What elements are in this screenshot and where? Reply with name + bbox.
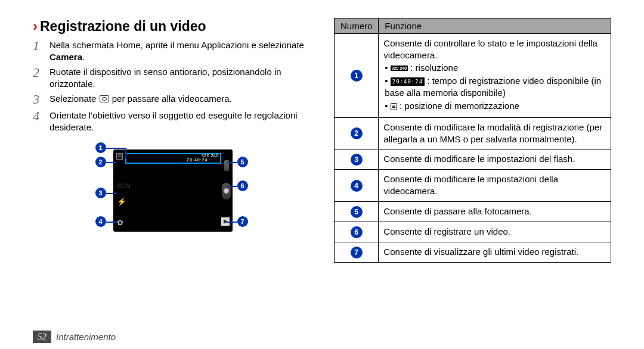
cell-num-4: 4: [335, 170, 379, 202]
leader-6: [227, 186, 237, 187]
cell-desc-5: Consente di passare alla fotocamera.: [379, 201, 611, 222]
cell-num-2: 2: [335, 117, 379, 149]
callout-1: 1: [95, 142, 106, 153]
cell-desc-3: Consente di modificare le impostazioni d…: [379, 149, 611, 170]
row1-b1-text: : risoluzione: [408, 63, 458, 73]
row1-bullet-storage: : posizione di memorizzazione: [385, 100, 606, 112]
callout-2: 2: [95, 157, 106, 167]
th-funzione: Funzione: [379, 18, 611, 34]
flash-icon: ⚡: [117, 197, 126, 206]
table-row-5: 5 Consente di passare alla fotocamera.: [335, 201, 611, 222]
circle-5-icon: 5: [351, 206, 363, 218]
cell-num-5: 5: [335, 201, 379, 222]
step-num-1: 1: [33, 39, 46, 52]
step-2: 2 Ruotate il dispositivo in senso antior…: [33, 66, 310, 89]
table-row-2: 2 Consente di modificare la modalità di …: [335, 117, 611, 149]
viewfinder-diagram: 320 240 20:40:24 SCN ⚡ ✿ 1 2 3 4 5: [94, 144, 249, 245]
cell-desc-2: Consente di modificare la modalità di re…: [379, 117, 611, 149]
leader-1b: [125, 148, 126, 158]
table-row-4: 4 Consente di modificare le impostazioni…: [335, 170, 611, 202]
leader-7: [227, 222, 237, 223]
circle-1-icon: 1: [351, 70, 363, 82]
step-text-1: Nella schermata Home, aprite il menu App…: [49, 39, 310, 63]
cell-num-7: 7: [335, 242, 379, 262]
status-bar-highlight: 320 240 20:40:24: [125, 153, 221, 164]
row1-bullet-time: 20:40:24 : tempo di registrazione video …: [385, 75, 606, 99]
function-table: Numero Funzione 1 Consente di controllar…: [334, 18, 611, 263]
cell-desc-6: Consente di registrare un video.: [379, 222, 611, 242]
circle-3-icon: 3: [351, 154, 363, 166]
scn-label: SCN: [117, 182, 131, 189]
chevron-icon: ›: [33, 18, 38, 35]
callout-6: 6: [237, 180, 248, 191]
step-3-pre: Selezionate: [49, 94, 99, 104]
camera-mode-icon: [100, 95, 109, 102]
step-3: 3 Selezionate per passare alla videocame…: [33, 93, 310, 106]
cell-num-1: 1: [335, 34, 379, 118]
step-text-3: Selezionate per passare alla videocamera…: [49, 93, 310, 105]
step-4: 4 Orientate l'obiettivo verso il soggett…: [33, 110, 310, 133]
time-badge-icon: 20:40:24: [391, 77, 425, 86]
step-1: 1 Nella schermata Home, aprite il menu A…: [33, 39, 310, 63]
cell-desc-1: Consente di controllare lo stato e le im…: [379, 34, 611, 118]
left-column: › Registrazione di un video 1 Nella sche…: [33, 18, 310, 263]
circle-4-icon: 4: [351, 180, 363, 192]
record-mode-icon: [116, 153, 123, 160]
step-1-bold: Camera: [49, 52, 82, 62]
leader-4: [106, 222, 117, 223]
table-row-6: 6 Consente di registrare un video.: [335, 222, 611, 242]
circle-6-icon: 6: [351, 226, 363, 238]
table-row-7: 7 Consente di visualizzare gli ultimi vi…: [335, 242, 611, 262]
circle-7-icon: 7: [351, 247, 363, 258]
table-row-1: 1 Consente di controllare lo stato e le …: [335, 34, 611, 118]
cell-num-3: 3: [335, 149, 379, 170]
callout-3: 3: [95, 188, 106, 198]
step-1-post: .: [82, 52, 85, 62]
circle-2-icon: 2: [351, 127, 363, 139]
leader-2: [106, 162, 117, 163]
viewfinder-screen: 320 240 20:40:24 SCN ⚡ ✿: [113, 149, 233, 232]
row1-bullet-resolution: 320 240 : risoluzione: [385, 62, 606, 74]
step-num-3: 3: [33, 93, 46, 106]
leader-3: [106, 193, 117, 194]
settings-gear-icon: ✿: [117, 218, 123, 227]
row1-b3-text: : posizione di memorizzazione: [397, 101, 519, 111]
step-text-4: Orientate l'obiettivo verso il soggetto …: [49, 110, 310, 133]
cell-desc-7: Consente di visualizzare gli ultimi vide…: [379, 242, 611, 262]
section-heading-row: › Registrazione di un video: [33, 18, 310, 35]
row1-bullets: 320 240 : risoluzione 20:40:24 : tempo d…: [383, 62, 606, 113]
callout-5: 5: [237, 157, 248, 167]
th-numero: Numero: [335, 18, 379, 34]
step-num-2: 2: [33, 66, 46, 79]
step-num-4: 4: [33, 110, 46, 123]
time-indicator: 20:40:24: [187, 158, 208, 162]
resolution-badge-icon: 320 240: [391, 66, 408, 71]
table-row-3: 3 Consente di modificare le impostazioni…: [335, 149, 611, 170]
row1-lead: Consente di controllare lo stato e le im…: [383, 38, 597, 60]
step-3-post: per passare alla videocamera.: [110, 94, 232, 104]
section-heading: Registrazione di un video: [40, 18, 206, 35]
right-column: Numero Funzione 1 Consente di controllar…: [334, 18, 611, 263]
cell-num-6: 6: [335, 222, 379, 242]
step-text-2: Ruotate il dispositivo in senso antiorar…: [49, 66, 310, 89]
leader-5: [227, 162, 237, 163]
footer-section-title: Intrattenimento: [56, 332, 116, 342]
cell-desc-4: Consente di modificare le impostazioni d…: [379, 170, 611, 202]
step-1-pre: Nella schermata Home, aprite il menu App…: [49, 40, 304, 50]
storage-badge-icon: [391, 103, 397, 110]
page-footer: 52 Intrattenimento: [33, 331, 116, 343]
page-number: 52: [33, 331, 51, 343]
callout-4: 4: [95, 216, 106, 227]
callout-7: 7: [237, 216, 248, 227]
leader-1: [106, 148, 126, 149]
